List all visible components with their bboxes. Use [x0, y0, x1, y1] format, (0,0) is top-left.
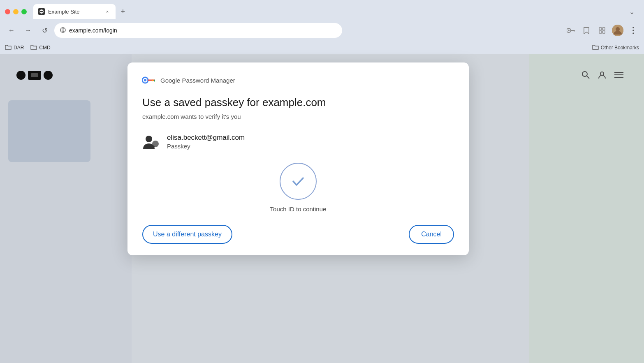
modal-header: Google Password Manager	[142, 76, 454, 85]
close-button[interactable]	[5, 9, 10, 14]
svg-point-7	[568, 30, 570, 31]
gpm-title: Google Password Manager	[160, 77, 235, 84]
tab-favicon	[38, 8, 45, 15]
svg-point-33	[152, 141, 159, 147]
svg-rect-31	[152, 80, 153, 81]
more-menu-button[interactable]	[628, 25, 639, 36]
tab-close-button[interactable]: ×	[104, 8, 111, 15]
svg-point-19	[632, 32, 634, 34]
tab-list-button[interactable]: ⌄	[626, 6, 637, 17]
folder-icon-2	[30, 44, 37, 51]
extensions-icon[interactable]	[596, 25, 608, 36]
address-security-icon	[60, 27, 66, 34]
passkey-modal: Google Password Manager Use a saved pass…	[127, 62, 469, 255]
bookmarks-separator	[59, 44, 59, 51]
toolbar: ← → ↺ example.com/login	[0, 20, 644, 41]
page-content: Google Password Manager Use a saved pass…	[0, 54, 644, 363]
active-tab[interactable]: Example Site ×	[33, 4, 116, 19]
account-type: Passkey	[167, 143, 245, 150]
password-manager-icon[interactable]	[565, 25, 577, 36]
touch-id-circle[interactable]	[280, 163, 317, 200]
svg-rect-10	[572, 30, 573, 31]
folder-icon-3	[592, 44, 599, 51]
account-row: elisa.beckett@gmail.com Passkey	[142, 132, 454, 150]
touch-id-label: Touch ID to continue	[270, 206, 327, 213]
browser-chrome: Example Site × + ⌄ ← → ↺ example.com/log…	[0, 0, 644, 54]
bookmark-dar[interactable]: DAR	[5, 44, 24, 51]
svg-rect-14	[602, 31, 605, 33]
traffic-lights	[5, 9, 27, 14]
use-different-passkey-button[interactable]: Use a different passkey	[142, 225, 232, 244]
svg-point-17	[632, 27, 634, 28]
modal-actions: Use a different passkey Cancel	[142, 225, 454, 244]
folder-icon	[5, 44, 12, 51]
svg-rect-30	[154, 80, 155, 82]
refresh-button[interactable]: ↺	[38, 24, 51, 37]
tab-bar: Example Site × + ⌄	[0, 0, 644, 20]
svg-rect-2	[41, 11, 43, 12]
address-bar[interactable]: example.com/login	[54, 23, 342, 38]
bookmark-other[interactable]: Other Bookmarks	[592, 44, 639, 51]
svg-point-32	[146, 136, 152, 142]
svg-rect-11	[599, 28, 602, 30]
gpm-logo: Google Password Manager	[142, 76, 235, 85]
svg-rect-12	[602, 28, 605, 30]
account-email: elisa.beckett@gmail.com	[167, 134, 245, 142]
bookmark-dar-label: DAR	[14, 45, 24, 51]
gpm-key-icon	[142, 76, 157, 85]
bookmark-cmd[interactable]: CMD	[30, 44, 50, 51]
svg-point-28	[144, 79, 146, 81]
cancel-button[interactable]: Cancel	[409, 225, 454, 244]
toolbar-actions	[565, 25, 639, 36]
svg-point-16	[616, 27, 620, 31]
address-url: example.com/login	[69, 27, 336, 34]
modal-subtext: example.com wants to verify it's you	[142, 113, 454, 120]
back-button[interactable]: ←	[5, 24, 18, 37]
modal-heading: Use a saved passkey for example.com	[142, 96, 454, 109]
checkmark-icon	[291, 174, 306, 189]
svg-rect-9	[574, 30, 575, 32]
bookmark-other-label: Other Bookmarks	[601, 45, 639, 51]
maximize-button[interactable]	[21, 9, 27, 14]
tab-title: Example Site	[48, 9, 101, 15]
svg-rect-13	[599, 31, 602, 33]
account-icon	[142, 132, 160, 150]
svg-point-18	[632, 30, 634, 31]
bookmark-cmd-label: CMD	[39, 45, 50, 51]
account-info: elisa.beckett@gmail.com Passkey	[167, 134, 245, 150]
forward-button[interactable]: →	[21, 24, 35, 37]
minimize-button[interactable]	[13, 9, 19, 14]
user-avatar[interactable]	[612, 25, 623, 36]
bookmark-icon[interactable]	[581, 25, 592, 36]
svg-point-1	[40, 11, 42, 12]
touch-id-area[interactable]: Touch ID to continue	[142, 163, 454, 213]
new-tab-button[interactable]: +	[117, 6, 129, 17]
bookmarks-bar: DAR CMD Other Bookmarks	[0, 41, 644, 54]
